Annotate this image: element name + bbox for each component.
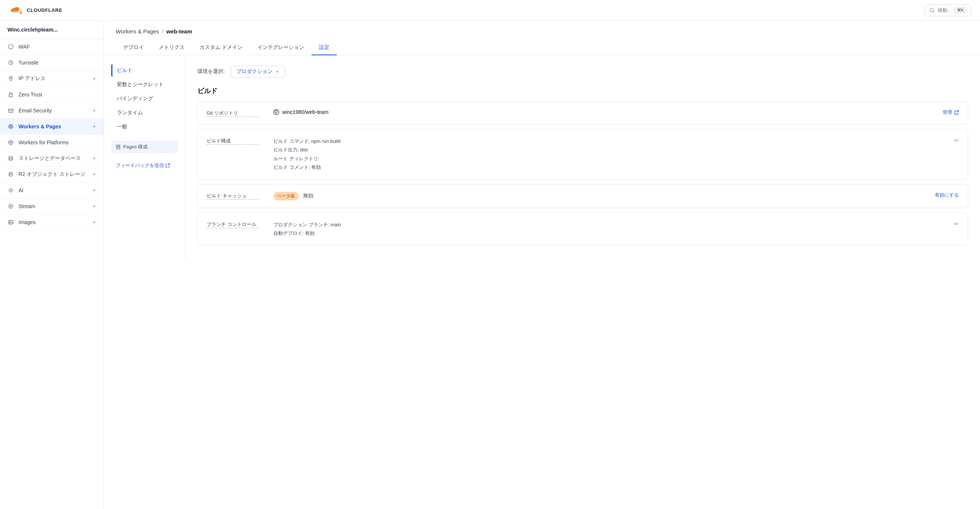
build-cache-label: ビルド キャッシュ [207, 192, 259, 200]
external-link-icon [165, 163, 170, 168]
enable-cache-action[interactable]: 有効にする [935, 192, 959, 199]
feedback-link[interactable]: フィードバックを送信 [111, 159, 178, 172]
sidebar-item-workers-platforms[interactable]: Workers for Platforms [0, 135, 103, 151]
build-config-card: ビルド構成 ビルド コマンド: npm run build ビルド出力: dis… [197, 129, 968, 180]
tab-metrics[interactable]: メトリクス [151, 40, 192, 55]
nav-general[interactable]: 一般 [111, 121, 178, 133]
chevron-icon-ai: ▼ [92, 188, 96, 192]
breadcrumb-current: web-team [167, 28, 192, 35]
sidebar-label-turnstile: Turnstile [19, 60, 96, 66]
sidebar-item-r2[interactable]: R2 オブジェクト ストレージ ▼ [0, 167, 103, 183]
svg-point-5 [9, 125, 13, 129]
tab-custom-domain[interactable]: カスタム ドメイン [192, 40, 250, 55]
chevron-icon-r2: ▼ [92, 172, 96, 177]
nav-build[interactable]: ビルド [111, 64, 178, 77]
beta-badge: ベータ版 [274, 192, 299, 200]
main-content: Workers & Pages / web-team デプロイ メトリクス カス… [104, 21, 980, 509]
account-name: Winc.circlehpteam... [0, 21, 103, 39]
env-selector: 環境を選択: プロダクション ▼ [197, 66, 968, 78]
build-config-row: ビルド構成 ビルド コマンド: npm run build ビルド出力: dis… [207, 137, 959, 172]
sidebar-item-workers-pages[interactable]: Workers & Pages ▼ [0, 119, 103, 135]
chevron-icon-images: ▼ [92, 220, 96, 224]
refresh-icon [8, 59, 14, 66]
github-icon [274, 109, 279, 115]
search-icon [929, 8, 935, 13]
branch-control-label: ブランチ コントロール [207, 220, 259, 228]
logo-text: CLOUDFLARE [27, 8, 62, 13]
pages-config-link[interactable]: Pages 構成 [111, 141, 178, 153]
sidebar-item-zero-trust[interactable]: Zero Trust [0, 87, 103, 103]
nav-runtime[interactable]: ランタイム [111, 107, 178, 119]
sidebar-label-waf: WAF [19, 44, 96, 50]
svg-rect-4 [8, 109, 13, 112]
sidebar-label-r2: R2 オブジェクト ストレージ [19, 171, 88, 178]
search-button[interactable]: 移動... ⌘K [925, 5, 971, 16]
chevron-icon-email: ▼ [92, 109, 96, 113]
cache-row: ベータ版 無効 [274, 192, 935, 200]
dropdown-chevron: ▼ [275, 70, 279, 74]
sidebar-label-storage: ストレージとデータベース [19, 155, 88, 162]
sidebar-item-images[interactable]: Images ▼ [0, 215, 103, 231]
breadcrumb-parent[interactable]: Workers & Pages [116, 28, 159, 35]
sidebar-item-waf[interactable]: WAF [0, 39, 103, 55]
sidebar: Winc.circlehpteam... WAF Turnstile IP アド… [0, 21, 104, 509]
build-settings: 環境を選択: プロダクション ▼ ビルド Git リポジトリ [186, 55, 980, 260]
sidebar-label-zero-trust: Zero Trust [19, 92, 96, 97]
env-label: 環境を選択: [197, 68, 225, 75]
lock-icon [8, 91, 14, 98]
branch-details: プロダクション ブランチ: main 自動デプロイ: 有効 [274, 220, 954, 238]
edit-branch-control[interactable]: ✏ [954, 220, 959, 227]
env-dropdown[interactable]: プロダクション ▼ [231, 66, 285, 78]
svg-rect-3 [9, 94, 13, 97]
cube-icon [8, 139, 14, 146]
git-repo-value: winc1980/web-team [259, 109, 943, 115]
cache-status: 無効 [303, 192, 313, 199]
sidebar-label-workers: Workers & Pages [19, 124, 88, 129]
image-icon [8, 219, 14, 226]
shield-icon [8, 43, 14, 50]
repo-link: winc1980/web-team [274, 109, 943, 115]
nav-variables[interactable]: 変数とシークレット [111, 78, 178, 91]
build-config-value: ビルド コマンド: npm run build ビルド出力: dist ルート … [259, 137, 954, 172]
sidebar-item-turnstile[interactable]: Turnstile [0, 55, 103, 71]
sidebar-item-ai[interactable]: AI ▼ [0, 183, 103, 199]
manage-repo-action[interactable]: 管理 [943, 109, 959, 116]
chevron-icon-stream: ▼ [92, 204, 96, 208]
tab-settings[interactable]: 設定 [312, 40, 337, 55]
chevron-icon-storage: ▼ [92, 157, 96, 161]
edit-build-config[interactable]: ✏ [954, 137, 959, 144]
breadcrumb-separator: / [162, 28, 163, 35]
branch-control-card: ブランチ コントロール プロダクション ブランチ: main 自動デプロイ: 有… [197, 213, 968, 246]
page-header: Workers & Pages / web-team デプロイ メトリクス カス… [104, 21, 980, 55]
sidebar-label-ip: IP アドレス [19, 75, 88, 82]
svg-point-11 [10, 221, 10, 222]
sidebar-label-platforms: Workers for Platforms [19, 140, 96, 145]
git-repo-card: Git リポジトリ winc1980/web-team 管 [197, 101, 968, 125]
sidebar-item-storage[interactable]: ストレージとデータベース ▼ [0, 151, 103, 167]
build-section-title: ビルド [197, 86, 968, 95]
git-repo-row: Git リポジトリ winc1980/web-team 管 [207, 109, 959, 117]
search-label: 移動... [938, 7, 951, 14]
chevron-icon-workers: ▼ [92, 125, 96, 129]
svg-point-6 [10, 126, 12, 127]
sidebar-item-ip-address[interactable]: IP アドレス ▼ [0, 71, 103, 87]
topbar: CLOUDFLARE 移動... ⌘K [0, 0, 980, 21]
database-icon [8, 155, 14, 162]
tab-deploy[interactable]: デプロイ [116, 40, 151, 55]
sidebar-item-email-security[interactable]: Email Security ▼ [0, 103, 103, 119]
nav-binding[interactable]: バインディング [111, 92, 178, 105]
svg-rect-10 [8, 220, 13, 224]
sparkle-icon [8, 187, 14, 194]
sidebar-label-ai: AI [19, 187, 88, 193]
logo: CLOUDFLARE [9, 5, 62, 16]
branch-control-row: ブランチ コントロール プロダクション ブランチ: main 自動デプロイ: 有… [207, 220, 959, 238]
search-kbd: ⌘K [955, 7, 966, 13]
settings-nav: ビルド 変数とシークレット バインディング ランタイム 一般 [104, 55, 186, 260]
chevron-icon: ▼ [92, 77, 96, 81]
sidebar-item-stream[interactable]: Stream ▼ [0, 199, 103, 215]
sidebar-label-stream: Stream [19, 203, 88, 209]
build-cache-row: ビルド キャッシュ ベータ版 無効 有効にする [207, 192, 959, 200]
svg-point-7 [9, 157, 13, 158]
mail-icon [8, 107, 14, 114]
tab-integrations[interactable]: インテグレーション [250, 40, 312, 55]
